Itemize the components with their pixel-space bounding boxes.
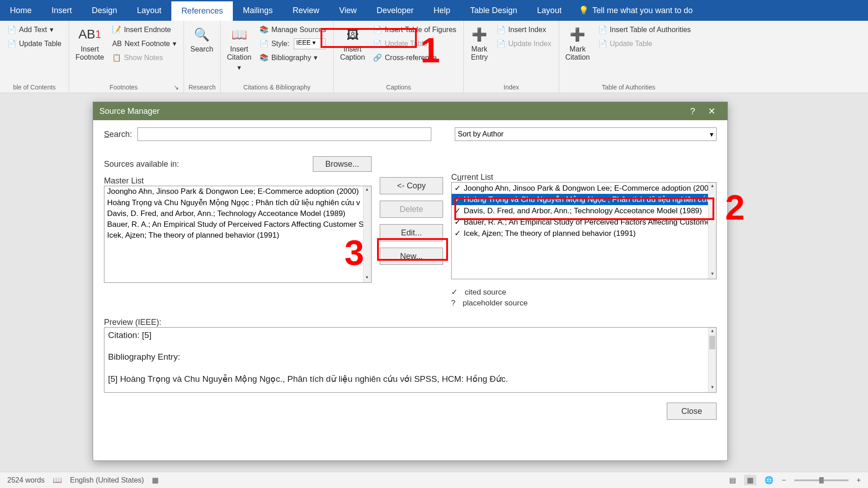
tab-view[interactable]: View (329, 0, 367, 21)
tab-help[interactable]: Help (424, 0, 460, 21)
scrollbar[interactable]: ▴▾ (708, 328, 716, 392)
edit-button[interactable]: Edit... (380, 224, 443, 241)
list-item[interactable]: Joongho Ahn, Jinsoo Park & Dongwon Lee; … (104, 186, 371, 197)
master-list-label: Master List (104, 176, 144, 185)
scrollbar[interactable]: ▴▾ (708, 183, 716, 279)
tab-mailings[interactable]: Mailings (233, 0, 283, 21)
insert-citation-button[interactable]: 📖 Insert Citation▾ (225, 23, 253, 74)
sources-avail-label: Sources available in: (104, 160, 179, 169)
citation-icon: 📖 (230, 25, 248, 43)
read-mode-icon[interactable]: ▤ (729, 476, 736, 484)
group-label: Research (189, 83, 216, 92)
tab-layout2[interactable]: Layout (527, 0, 571, 21)
list-item[interactable]: ✓ Hoàng Trọng và Chu Nguyễn Mộng Ngọc ; … (452, 194, 716, 205)
placeholder-legend: ?placeholder source (451, 299, 717, 308)
close-icon[interactable]: ✕ (702, 106, 721, 117)
insert-endnote-button[interactable]: 📝Insert Endnote (109, 23, 179, 36)
tab-insert[interactable]: Insert (42, 0, 82, 21)
mark-citation-button[interactable]: ➕ Mark Citation (564, 23, 592, 63)
tab-layout[interactable]: Layout (127, 0, 171, 21)
next-footnote-button[interactable]: ABNext Footnote▾ (109, 38, 179, 50)
tab-home[interactable]: Home (0, 0, 42, 21)
update-table-button[interactable]: 📄Update Table (595, 38, 693, 50)
group-label: Captions (338, 83, 459, 92)
group-toc: 📄Add Text▾ 📄Update Table ble of Contents (0, 21, 69, 93)
bibliography-button[interactable]: 📚Bibliography▾ (257, 52, 329, 64)
list-item[interactable]: Davis, D. Fred, and Arbor, Ann.; Technol… (104, 208, 371, 219)
update-index-button[interactable]: 📄Update Index (494, 38, 554, 50)
insert-caption-button[interactable]: 🖼 Insert Caption (338, 23, 367, 63)
update-icon: 📄 (496, 39, 505, 48)
word-count[interactable]: 2524 words (7, 476, 45, 484)
list-item[interactable]: ✓ Icek, Ajzen; The theory of planned beh… (452, 228, 716, 239)
tell-me[interactable]: 💡 Tell me what you want to do (571, 0, 700, 21)
group-research: 🔍 Search Research (184, 21, 221, 93)
master-listbox[interactable]: Joongho Ahn, Jinsoo Park & Dongwon Lee; … (104, 186, 372, 283)
tell-me-label: Tell me what you want to do (592, 6, 693, 15)
close-button[interactable]: Close (667, 403, 717, 420)
insert-index-button[interactable]: 📄Insert Index (494, 23, 554, 36)
print-layout-icon[interactable]: ▦ (744, 475, 756, 485)
current-list-label: Current List (451, 173, 493, 182)
scrollbar[interactable]: ▴▾ (363, 186, 371, 282)
browse-button[interactable]: Browse... (313, 156, 372, 172)
cross-reference-button[interactable]: 🔗Cross-reference (370, 52, 459, 64)
annotation-number-3: 3 (344, 235, 364, 270)
manage-sources-button[interactable]: 📚Manage Sources (257, 23, 329, 36)
list-item[interactable]: Icek, Ajzen; The theory of planned behav… (104, 230, 371, 241)
list-item[interactable]: Bauer, R. A.; An Empirical Study of Perc… (104, 219, 371, 230)
help-button[interactable]: ? (683, 106, 702, 117)
dialog-title: Source Manager (99, 107, 160, 116)
toa-icon: 📄 (598, 25, 607, 34)
search-input[interactable] (137, 127, 431, 141)
update-icon: 📄 (598, 39, 607, 48)
insert-footnote-button[interactable]: AB1 Insert Footnote (74, 23, 106, 63)
group-captions: 🖼 Insert Caption 📄Insert Table of Figure… (334, 21, 464, 93)
zoom-slider[interactable] (794, 479, 849, 481)
add-text-button[interactable]: 📄Add Text▾ (5, 23, 64, 36)
list-item[interactable]: ✓ Bauer, R. A.; An Empirical Study of Pe… (452, 216, 716, 228)
update-table-button[interactable]: 📄Update Table (370, 38, 459, 50)
language[interactable]: English (United States) (70, 476, 144, 484)
tab-references[interactable]: References (171, 0, 233, 21)
mark-entry-button[interactable]: ➕ Mark Entry (468, 23, 490, 63)
tab-review[interactable]: Review (283, 0, 329, 21)
zoom-out-icon[interactable]: − (782, 476, 786, 484)
web-layout-icon[interactable]: 🌐 (764, 476, 774, 484)
sort-select[interactable]: Sort by Author▾ (455, 127, 717, 141)
spellcheck-icon[interactable]: 📖 (53, 476, 62, 484)
style-select[interactable]: IEEE ▾ (294, 38, 326, 49)
group-label: Footnotes ↘ (74, 83, 179, 92)
endnote-icon: 📝 (112, 25, 121, 34)
preview-bib-label: Bibliography Entry: (108, 352, 712, 362)
show-notes-button[interactable]: 📋Show Notes (109, 52, 179, 64)
group-citations: 📖 Insert Citation▾ 📚Manage Sources 📄Styl… (221, 21, 334, 93)
search-button[interactable]: 🔍 Search (189, 23, 215, 55)
preview-label: Preview (IEEE): (104, 318, 161, 327)
list-item[interactable]: ✓ Davis, D. Fred, and Arbor, Ann.; Techn… (452, 205, 716, 216)
index-icon: 📄 (496, 25, 505, 34)
tab-design[interactable]: Design (82, 0, 127, 21)
list-item[interactable]: Hoàng Trọng và Chu Nguyễn Mộng Ngọc ; Ph… (104, 197, 371, 208)
dialog-launcher-icon[interactable]: ↘ (174, 84, 179, 91)
insert-tof-button[interactable]: 📄Insert Table of Figures (370, 23, 459, 36)
update-table-button[interactable]: 📄Update Table (5, 38, 64, 50)
cited-legend: ✓cited source (451, 287, 717, 297)
insert-toa-button[interactable]: 📄Insert Table of Authorities (595, 23, 693, 36)
current-listbox[interactable]: ✓ Joongho Ahn, Jinsoo Park & Dongwon Lee… (451, 182, 717, 279)
group-label: Table of Authorities (564, 83, 694, 92)
chevron-down-icon: ▾ (237, 63, 241, 72)
crossref-icon: 🔗 (373, 53, 382, 62)
delete-button[interactable]: Delete (380, 201, 443, 218)
macro-icon[interactable]: ▦ (152, 476, 159, 484)
new-button[interactable]: New... (380, 248, 443, 265)
tof-icon: 📄 (373, 25, 382, 34)
tab-developer[interactable]: Developer (367, 0, 424, 21)
list-item[interactable]: ✓ Joongho Ahn, Jinsoo Park & Dongwon Lee… (452, 183, 716, 194)
update-icon: 📄 (373, 39, 382, 48)
add-text-icon: 📄 (7, 25, 16, 34)
zoom-in-icon[interactable]: + (857, 476, 861, 484)
tab-table-design[interactable]: Table Design (460, 0, 527, 21)
status-bar: 2524 words 📖 English (United States) ▦ ▤… (0, 472, 868, 488)
copy-button[interactable]: <- Copy (380, 177, 443, 194)
